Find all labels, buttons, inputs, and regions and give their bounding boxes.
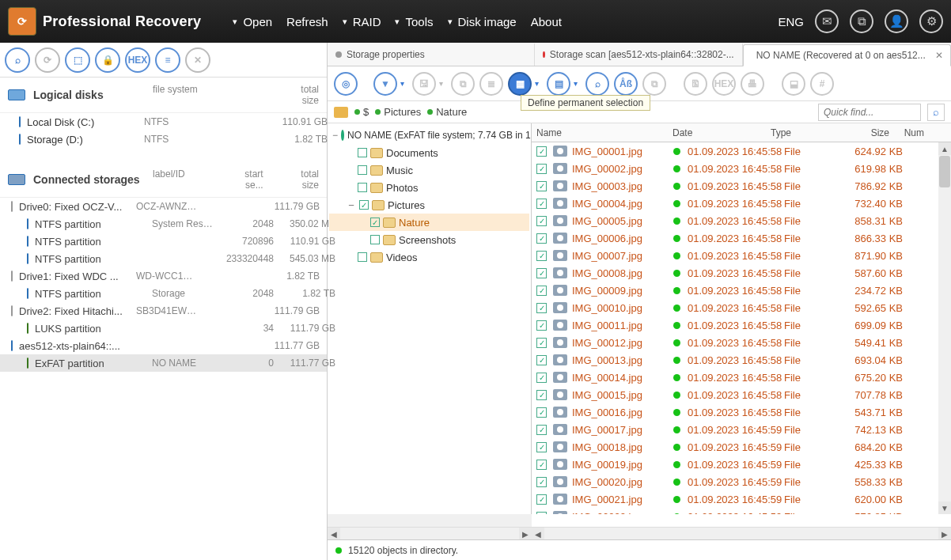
checkbox-icon[interactable]: ✓ (536, 407, 547, 418)
checkbox-icon[interactable]: ✓ (536, 146, 547, 157)
hex-icon[interactable]: HEX (125, 47, 150, 73)
user-icon[interactable]: 👤 (885, 9, 908, 33)
vertical-scrollbar[interactable]: ▲ ▼ (938, 142, 951, 514)
file-row[interactable]: ✓ IMG_00003.jpg 01.09.2023 16:45:58 File… (532, 177, 938, 195)
tree-nature[interactable]: ✓Nature (329, 214, 529, 231)
tree-photos[interactable]: Photos (329, 179, 529, 196)
tree-screenshots[interactable]: Screenshots (329, 231, 529, 248)
tree-hscroll[interactable]: ◀▶ (328, 528, 532, 540)
drive-row[interactable]: Drive2: Fixed Hitachi... SB3D41EWHH... 1… (0, 302, 327, 320)
define-selection-icon[interactable]: ▦ (508, 72, 532, 96)
notifications-icon[interactable]: ✉ (815, 9, 839, 33)
tab-recovered-volume[interactable]: NO NAME (Recovered at 0 on aes512... ✕ (743, 44, 951, 66)
checkbox-icon[interactable]: ✓ (536, 390, 547, 400)
list-icon[interactable]: ≡ (155, 47, 180, 73)
tree-videos[interactable]: Videos (329, 248, 529, 266)
checkbox-icon[interactable]: ✓ (536, 320, 547, 331)
drive-row[interactable]: aes512-xts-plain64::... 111.77 GB (0, 337, 327, 354)
tab-storage-scan[interactable]: Storage scan [aes512-xts-plain64::32802-… (535, 44, 742, 66)
settings-icon[interactable]: ⚙ (919, 9, 943, 33)
checkbox-icon[interactable]: ✓ (536, 199, 547, 209)
checkbox-icon[interactable]: ✓ (536, 286, 547, 296)
folder-tree[interactable]: − NO NAME (ExFAT file system; 7.74 GB in… (328, 123, 532, 527)
file-row[interactable]: ✓ IMG_00017.jpg 01.09.2023 16:45:59 File… (532, 421, 938, 438)
save-image-icon[interactable]: ⬚ (65, 47, 90, 73)
checkbox-icon[interactable]: ✓ (536, 303, 547, 313)
file-list-header[interactable]: Name Date Type Size Num (532, 123, 951, 142)
file-row[interactable]: ✓ IMG_00013.jpg 01.09.2023 16:45:58 File… (532, 351, 938, 369)
tree-pictures[interactable]: −✓Pictures (329, 196, 529, 214)
scroll-down-icon[interactable]: ▼ (938, 501, 951, 514)
checkbox-icon[interactable]: ✓ (536, 460, 547, 470)
filter-icon[interactable]: ▼ (373, 72, 397, 96)
panels-icon[interactable]: ⧉ (850, 9, 873, 33)
file-row[interactable]: ✓ IMG_00021.jpg 01.09.2023 16:45:59 File… (532, 490, 938, 508)
file-row[interactable]: ✓ IMG_00004.jpg 01.09.2023 16:45:58 File… (532, 195, 938, 212)
search-icon[interactable]: ⌕ (585, 72, 609, 96)
checkbox-icon[interactable]: ✓ (536, 268, 547, 278)
checkbox-icon[interactable]: ✓ (536, 425, 547, 435)
partition-row[interactable]: ExFAT partition NO NAME 0 111.77 GB (0, 354, 327, 372)
tab-close-icon[interactable]: ✕ (930, 50, 943, 61)
partition-row[interactable]: LUKS partition 34 111.79 GB (0, 320, 327, 337)
checkbox-icon[interactable]: ✓ (536, 338, 547, 348)
decrypt-icon[interactable]: 🔒 (95, 47, 120, 73)
file-row[interactable]: ✓ IMG_00012.jpg 01.09.2023 16:45:58 File… (532, 334, 938, 351)
menu-tools[interactable]: Tools (395, 15, 433, 28)
file-row[interactable]: ✓ IMG_00009.jpg 01.09.2023 16:45:58 File… (532, 282, 938, 299)
partition-row[interactable]: NTFS partition 233320448 545.03 MB (0, 250, 327, 267)
checkbox-icon[interactable]: ✓ (536, 233, 547, 244)
file-row[interactable]: ✓ IMG_00019.jpg 01.09.2023 16:45:59 File… (532, 456, 938, 473)
list-hscroll[interactable]: ◀▶ (532, 528, 951, 540)
menu-open[interactable]: Open (233, 15, 272, 28)
checkbox-icon[interactable]: ✓ (536, 216, 547, 226)
file-row[interactable]: ✓ IMG_00016.jpg 01.09.2023 16:45:58 File… (532, 403, 938, 421)
tree-root[interactable]: − NO NAME (ExFAT file system; 7.74 GB in… (329, 127, 529, 144)
partition-row[interactable]: NTFS partition 720896 110.91 GB (0, 233, 327, 250)
file-row[interactable]: ✓ IMG_00001.jpg 01.09.2023 16:45:58 File… (532, 142, 938, 160)
checkbox-icon[interactable]: ✓ (536, 181, 547, 191)
file-row[interactable]: ✓ IMG_00011.jpg 01.09.2023 16:45:58 File… (532, 316, 938, 334)
quick-find-input[interactable] (818, 104, 921, 121)
checkbox-icon[interactable]: ✓ (536, 164, 547, 174)
tab-storage-properties[interactable]: Storage properties (328, 44, 535, 66)
breadcrumb-pictures[interactable]: Pictures (375, 106, 421, 118)
breadcrumb-root[interactable]: $ (354, 106, 369, 118)
logical-disk-row[interactable]: Storage (D:) NTFS 1.82 TB (0, 131, 327, 148)
file-row[interactable]: ✓ IMG_00022.jpg 01.09.2023 16:45:59 File… (532, 508, 938, 514)
checkbox-icon[interactable]: ✓ (536, 355, 547, 365)
file-row[interactable]: ✓ IMG_00015.jpg 01.09.2023 16:45:58 File… (532, 386, 938, 403)
breadcrumb-nature[interactable]: Nature (427, 106, 467, 118)
menu-raid[interactable]: RAID (343, 15, 381, 28)
col-name[interactable]: Name (536, 127, 673, 138)
file-row[interactable]: ✓ IMG_00002.jpg 01.09.2023 16:45:58 File… (532, 160, 938, 177)
quick-find-button[interactable]: ⌕ (927, 104, 945, 121)
partition-row[interactable]: NTFS partition System Reser... 2048 350.… (0, 215, 327, 233)
partition-row[interactable]: NTFS partition Storage 2048 1.82 TB (0, 285, 327, 302)
scan-icon[interactable]: ⌕ (5, 47, 30, 73)
checkbox-icon[interactable]: ✓ (536, 512, 547, 515)
file-row[interactable]: ✓ IMG_00014.jpg 01.09.2023 16:45:58 File… (532, 369, 938, 386)
case-icon[interactable]: Åß (614, 72, 638, 96)
file-row[interactable]: ✓ IMG_00018.jpg 01.09.2023 16:45:59 File… (532, 438, 938, 456)
drive-row[interactable]: Drive1: Fixed WDC ... WD-WCC1T0... 1.82 … (0, 267, 327, 285)
breadcrumb-root-icon[interactable] (334, 107, 348, 118)
logical-disk-row[interactable]: Local Disk (C:) NTFS 110.91 GB (0, 113, 327, 131)
drive-row[interactable]: Drive0: Fixed OCZ-V... OCZ-AWNZ0F... 111… (0, 198, 327, 215)
checkbox-icon[interactable]: ✓ (536, 442, 547, 452)
scroll-up-icon[interactable]: ▲ (938, 142, 951, 155)
file-row[interactable]: ✓ IMG_00005.jpg 01.09.2023 16:45:58 File… (532, 212, 938, 229)
col-size[interactable]: Size (835, 127, 896, 138)
menu-about[interactable]: About (531, 15, 562, 28)
checkbox-icon[interactable]: ✓ (536, 251, 547, 261)
menu-refresh[interactable]: Refresh (286, 15, 328, 28)
scroll-thumb[interactable] (939, 156, 950, 187)
col-num[interactable]: Num (896, 127, 924, 138)
file-row[interactable]: ✓ IMG_00006.jpg 01.09.2023 16:45:58 File… (532, 229, 938, 247)
col-type[interactable]: Type (771, 127, 835, 138)
menu-disk-image[interactable]: Disk image (448, 15, 517, 28)
file-row[interactable]: ✓ IMG_00010.jpg 01.09.2023 16:45:58 File… (532, 299, 938, 316)
tree-documents[interactable]: Documents (329, 144, 529, 161)
checkbox-icon[interactable]: ✓ (536, 373, 547, 383)
file-row[interactable]: ✓ IMG_00020.jpg 01.09.2023 16:45:59 File… (532, 473, 938, 490)
